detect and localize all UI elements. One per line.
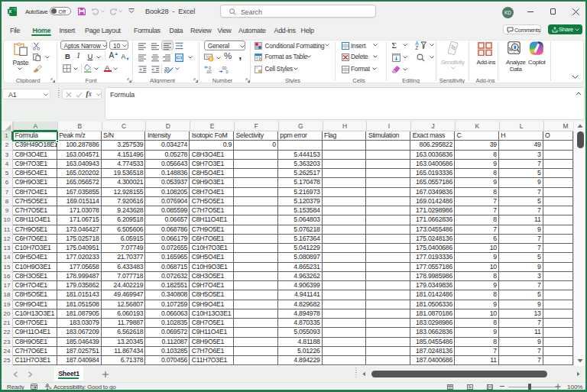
svg-text:Z: Z xyxy=(415,45,418,50)
svg-text:.00: .00 xyxy=(206,70,212,74)
svg-text:0: 0 xyxy=(225,70,228,74)
svg-text:X: X xyxy=(8,9,11,14)
